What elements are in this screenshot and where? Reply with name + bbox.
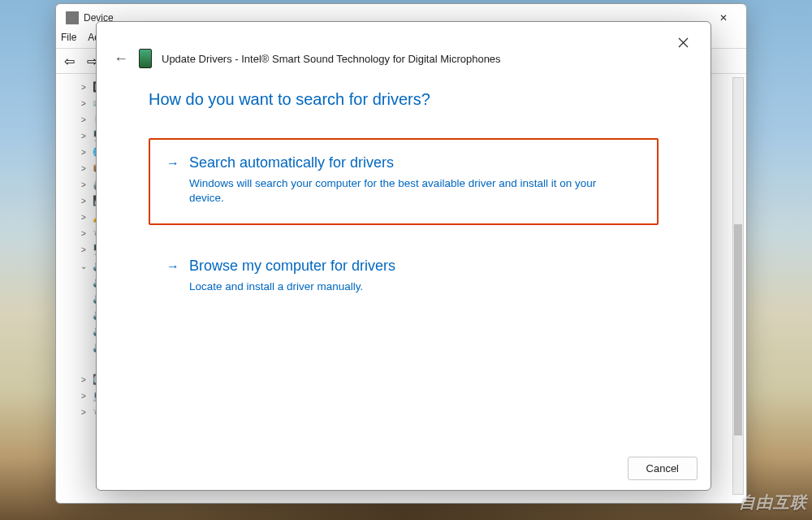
tree-twisty-icon[interactable]: > — [79, 99, 89, 108]
option2-title: Browse my computer for drivers — [189, 258, 395, 275]
dialog-heading: How do you want to search for drivers? — [149, 90, 659, 109]
dialog-back-button[interactable]: ← — [113, 50, 129, 67]
close-icon — [678, 37, 689, 48]
tree-twisty-icon[interactable]: > — [79, 180, 89, 189]
watermark-text: 自由互联 — [739, 492, 807, 514]
tree-twisty-icon[interactable]: > — [79, 164, 89, 173]
option2-desc: Locate and install a driver manually. — [189, 280, 395, 294]
arrow-right-icon: → — [166, 156, 179, 171]
dialog-close-button[interactable] — [667, 30, 699, 54]
dialog-title: Update Drivers - Intel® Smart Sound Tech… — [162, 53, 501, 65]
nav-back-icon[interactable]: ⇦ — [59, 51, 79, 71]
dm-scrollbar[interactable] — [732, 77, 744, 495]
tree-twisty-icon[interactable]: > — [79, 197, 89, 206]
tree-twisty-icon[interactable]: > — [79, 115, 89, 124]
tree-twisty-icon[interactable]: > — [79, 229, 89, 238]
tree-twisty-icon[interactable]: > — [79, 245, 89, 254]
tree-twisty-icon[interactable]: > — [79, 375, 89, 384]
option1-desc: Windows will search your computer for th… — [189, 176, 611, 206]
dm-scroll-thumb[interactable] — [734, 224, 742, 436]
tree-twisty-icon[interactable]: > — [79, 83, 89, 92]
menu-file[interactable]: File — [61, 32, 76, 48]
device-icon — [139, 49, 152, 68]
option1-title: Search automatically for drivers — [189, 154, 611, 171]
dm-app-icon — [66, 11, 79, 24]
option-browse-computer[interactable]: → Browse my computer for drivers Locate … — [149, 241, 659, 314]
update-drivers-dialog: ← Update Drivers - Intel® Smart Sound Te… — [96, 21, 711, 491]
arrow-right-icon: → — [166, 259, 179, 274]
tree-twisty-icon[interactable]: > — [79, 213, 89, 222]
tree-twisty-icon[interactable]: > — [79, 132, 89, 141]
tree-twisty-icon[interactable]: > — [79, 408, 89, 417]
dialog-header: ← Update Drivers - Intel® Smart Sound Te… — [97, 22, 710, 71]
option-search-automatically[interactable]: → Search automatically for drivers Windo… — [149, 138, 659, 225]
tree-twisty-icon[interactable]: > — [79, 392, 89, 401]
tree-twisty-icon[interactable]: > — [79, 148, 89, 157]
cancel-button[interactable]: Cancel — [628, 457, 698, 480]
tree-twisty-icon[interactable]: ⌄ — [79, 262, 89, 271]
